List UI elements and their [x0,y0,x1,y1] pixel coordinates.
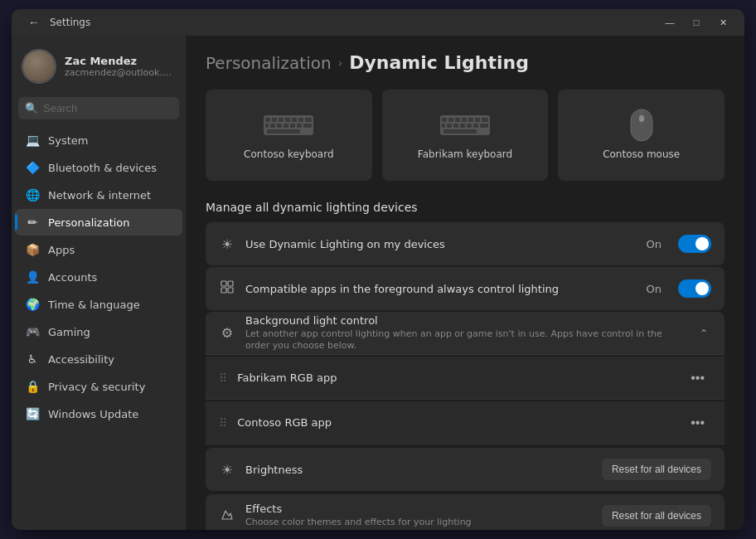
sidebar-item-gaming[interactable]: 🎮 Gaming [15,318,182,345]
svg-rect-5 [292,118,297,122]
sidebar-item-apps[interactable]: 📦 Apps [15,236,182,263]
svg-rect-31 [443,129,477,134]
sidebar-label-privacy: Privacy & security [48,381,145,393]
sidebar-item-accessibility[interactable]: ♿ Accessibility [15,346,182,372]
update-icon: 🔄 [25,406,40,421]
sidebar-item-personalization[interactable]: ✏️ Personalization [15,209,182,236]
setting-background-light: ⚙ Background light control Let another a… [206,312,724,355]
sidebar-item-privacy[interactable]: 🔒 Privacy & security [15,373,182,400]
dynamic-lighting-label: Use Dynamic Lighting on my devices [245,238,637,250]
background-light-chevron[interactable]: ⌃ [696,324,711,342]
svg-rect-11 [284,124,288,128]
sidebar-item-network[interactable]: 🌐 Network & internet [15,182,182,208]
svg-rect-36 [228,281,233,286]
compatible-apps-icon [219,280,235,297]
minimize-button[interactable]: — [658,14,681,31]
title-bar: ← Settings — □ ✕ [12,9,744,36]
sidebar-item-system[interactable]: 💻 System [15,127,182,153]
svg-rect-9 [270,124,275,128]
accounts-icon: 👤 [25,270,40,284]
sidebar-label-accessibility: Accessibility [48,353,114,366]
drag-handle-fabrikam[interactable]: ⠿ [219,371,227,385]
fabrikam-rgb-label: Fabrikam RGB app [237,371,674,384]
svg-rect-8 [265,124,269,128]
keyboard-icon-fabrikam [440,111,490,140]
avatar [22,49,56,84]
breadcrumb-separator: › [338,56,343,70]
back-button[interactable]: ← [25,14,43,31]
sidebar-item-time[interactable]: 🌍 Time & language [15,291,182,318]
sidebar-item-accounts[interactable]: 👤 Accounts [15,264,182,290]
contoso-rgb-label: Contoso RGB app [237,416,674,429]
device-card-contoso-mouse[interactable]: Contoso mouse [558,90,724,181]
brightness-label: Brightness [245,464,592,476]
sidebar-label-update: Windows Update [48,408,138,420]
network-icon: 🌐 [25,187,40,202]
compatible-apps-value: On [647,283,662,295]
svg-rect-30 [480,124,488,128]
background-light-icon: ⚙ [219,325,235,341]
apps-icon: 📦 [25,242,40,257]
svg-rect-23 [482,118,488,122]
mouse-icon-contoso [617,111,666,140]
search-input[interactable] [43,102,182,114]
compatible-apps-label: Compatible apps in the foreground always… [245,283,637,295]
settings-list: ☀ Use Dynamic Lighting on my devices On [206,222,724,530]
search-box[interactable]: 🔍 [18,97,179,119]
brightness-reset-button[interactable]: Reset for all devices [602,459,711,480]
breadcrumb: Personalization › Dynamic Lighting [206,52,724,73]
time-icon: 🌍 [25,297,40,312]
fabrikam-rgb-more-button[interactable]: ••• [684,367,711,389]
setting-compatible-apps: Compatible apps in the foreground always… [206,267,724,310]
effects-icon [219,507,235,524]
svg-rect-14 [303,124,312,128]
device-cards: Contoso keyboard [206,90,724,181]
sidebar-label-time: Time & language [48,299,140,311]
sidebar-label-apps: Apps [48,244,75,256]
effects-reset-button[interactable]: Reset for all devices [602,505,711,527]
drag-handle-contoso[interactable]: ⠿ [219,416,227,430]
window-title: Settings [50,17,90,28]
svg-rect-34 [639,115,644,122]
gaming-icon: 🎮 [25,324,40,339]
compatible-apps-toggle[interactable] [678,279,711,298]
dynamic-lighting-toggle[interactable] [678,235,711,253]
close-button[interactable]: ✕ [711,14,734,31]
device-name-fabrikam-keyboard: Fabrikam keyboard [418,148,512,160]
maximize-button[interactable]: □ [685,14,708,31]
svg-rect-24 [442,124,445,128]
window-controls: — □ ✕ [658,14,734,31]
search-icon: 🔍 [25,102,38,114]
svg-rect-26 [453,124,458,128]
svg-rect-12 [290,124,295,128]
user-section: Zac Mendez zacmendez@outlook.com [12,36,186,94]
sidebar-label-accounts: Accounts [48,271,97,284]
sidebar-item-bluetooth[interactable]: 🔷 Bluetooth & devices [15,154,182,181]
setting-fabrikam-rgb: ⠿ Fabrikam RGB app ••• [206,357,724,400]
contoso-rgb-more-button[interactable]: ••• [684,412,711,434]
svg-rect-6 [298,118,303,122]
device-card-fabrikam-keyboard[interactable]: Fabrikam keyboard [382,90,549,181]
privacy-icon: 🔒 [25,379,40,394]
svg-rect-10 [277,124,282,128]
background-light-label: Background light control Let another app… [245,314,686,352]
svg-rect-27 [460,124,465,128]
user-info: Zac Mendez zacmendez@outlook.com [65,55,176,78]
svg-rect-37 [221,288,226,293]
svg-rect-2 [272,118,277,122]
svg-rect-22 [475,118,480,122]
sidebar-label-network: Network & internet [48,189,151,202]
device-card-contoso-keyboard[interactable]: Contoso keyboard [206,90,372,181]
svg-rect-38 [228,288,233,293]
sidebar-item-update[interactable]: 🔄 Windows Update [15,401,182,427]
svg-rect-25 [447,124,452,128]
personalization-icon: ✏️ [25,215,40,230]
sidebar: Zac Mendez zacmendez@outlook.com 🔍 💻 Sys… [12,36,186,530]
svg-rect-21 [468,118,473,122]
breadcrumb-parent: Personalization [206,53,332,73]
svg-rect-17 [442,118,447,122]
accessibility-icon: ♿ [25,352,40,367]
main-content: Personalization › Dynamic Lighting [186,36,744,530]
sidebar-label-personalization: Personalization [48,216,130,229]
user-name: Zac Mendez [65,55,176,67]
